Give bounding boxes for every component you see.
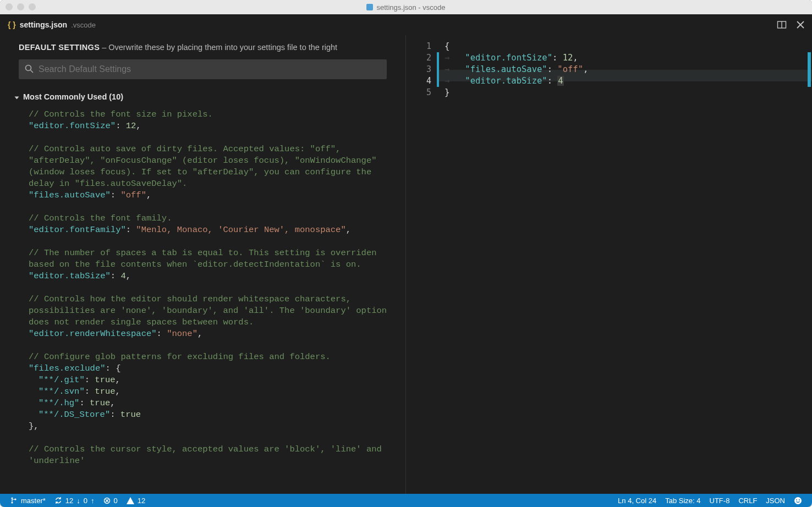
close-window-icon[interactable] xyxy=(6,3,13,10)
arrow-down-icon: ↓ xyxy=(76,497,80,505)
setting-comment: // Controls auto save of dirty files. Ac… xyxy=(29,144,394,190)
editor-line[interactable]: → "files.autoSave": "off", xyxy=(445,64,812,75)
editor-line[interactable]: } xyxy=(445,87,812,98)
svg-point-6 xyxy=(11,497,13,499)
setting-entry[interactable]: "editor.tabSize": 4, xyxy=(29,271,394,282)
status-errors[interactable]: 0 xyxy=(99,494,122,507)
user-settings-editor[interactable]: 12345 {→ "editor.fontSize": 12,→ "files.… xyxy=(406,35,812,494)
minimize-window-icon[interactable] xyxy=(17,3,24,10)
json-file-icon: { } xyxy=(8,20,16,29)
close-editor-icon[interactable] xyxy=(797,21,804,29)
svg-line-5 xyxy=(31,70,34,73)
vscode-logo-icon xyxy=(366,4,373,10)
status-eol[interactable]: CRLF xyxy=(734,497,761,505)
tab-filename: settings.json xyxy=(20,20,67,29)
line-number: 3 xyxy=(406,64,431,75)
setting-sub-entry[interactable]: "**/.git": true, xyxy=(29,374,394,386)
status-warnings[interactable]: 12 xyxy=(122,494,150,507)
setting-comment: // Controls how the editor should render… xyxy=(29,294,394,328)
tab-settings-json[interactable]: { } settings.json .vscode xyxy=(0,14,103,35)
editor-tabstrip: { } settings.json .vscode xyxy=(0,14,812,35)
default-settings-listing[interactable]: // Controls the font size in pixels."edi… xyxy=(0,103,405,494)
line-number-gutter: 12345 xyxy=(406,35,437,494)
svg-point-7 xyxy=(11,502,13,503)
setting-entry[interactable]: "editor.renderWhitespace": "none", xyxy=(29,328,394,340)
setting-comment: // Controls the cursor style, accepted v… xyxy=(29,444,394,467)
line-number: 4 xyxy=(406,75,431,87)
status-branch[interactable]: master* xyxy=(6,494,50,507)
setting-sub-entry[interactable]: "**/.svn": true, xyxy=(29,386,394,398)
svg-point-4 xyxy=(26,65,31,71)
svg-point-14 xyxy=(799,499,800,500)
window-title: settings.json - vscode xyxy=(376,3,445,12)
setting-entry[interactable]: "files.autoSave": "off", xyxy=(29,190,394,201)
setting-sub-entry[interactable]: "**/.hg": true, xyxy=(29,398,394,409)
setting-comment: // Controls the font family. xyxy=(29,213,394,224)
arrow-up-icon: ↑ xyxy=(91,497,95,505)
status-tab-size[interactable]: Tab Size: 4 xyxy=(661,497,705,505)
setting-sub-entry[interactable]: "**/.DS_Store": true xyxy=(29,409,394,421)
setting-entry[interactable]: "editor.fontSize": 12, xyxy=(29,120,394,132)
search-icon xyxy=(24,64,34,76)
status-bar: master* 12↓ 0↑ 0 12 Ln 4, Col 24 Tab Siz… xyxy=(0,494,812,507)
status-language-mode[interactable]: JSON xyxy=(761,497,789,505)
setting-comment: // The number of spaces a tab is equal t… xyxy=(29,247,394,271)
status-encoding[interactable]: UTF-8 xyxy=(705,497,734,505)
svg-point-13 xyxy=(796,499,797,500)
setting-entry-close: }, xyxy=(29,421,394,432)
setting-comment: // Controls the font size in pixels. xyxy=(29,109,394,120)
line-number: 2 xyxy=(406,52,431,64)
zoom-window-icon[interactable] xyxy=(29,3,36,10)
setting-entry[interactable]: "files.exclude": { xyxy=(29,363,394,374)
tab-folder: .vscode xyxy=(71,21,96,29)
window-controls[interactable] xyxy=(6,3,36,10)
svg-point-12 xyxy=(794,497,802,504)
macos-titlebar: settings.json - vscode xyxy=(0,0,812,14)
line-number: 1 xyxy=(406,41,431,52)
status-cursor-position[interactable]: Ln 4, Col 24 xyxy=(613,497,661,505)
feedback-smiley-icon[interactable] xyxy=(789,497,806,505)
default-settings-header: DEFAULT SETTINGS – Overwrite these by pl… xyxy=(0,35,405,57)
editor-line[interactable]: → "editor.tabSize": 4 xyxy=(445,75,812,87)
default-settings-pane: DEFAULT SETTINGS – Overwrite these by pl… xyxy=(0,35,406,494)
section-most-commonly-used[interactable]: Most Commonly Used (10) xyxy=(0,85,405,103)
status-sync[interactable]: 12↓ 0↑ xyxy=(50,494,99,507)
editor-line[interactable]: → "editor.fontSize": 12, xyxy=(445,52,812,64)
setting-comment: // Configure glob patterns for excluding… xyxy=(29,351,394,363)
line-number: 5 xyxy=(406,87,431,98)
search-default-settings-input[interactable] xyxy=(19,59,387,79)
setting-entry[interactable]: "editor.fontFamily": "Menlo, Monaco, 'Co… xyxy=(29,224,394,236)
editor-line[interactable]: { xyxy=(445,41,812,52)
split-editor-icon[interactable] xyxy=(777,20,787,30)
